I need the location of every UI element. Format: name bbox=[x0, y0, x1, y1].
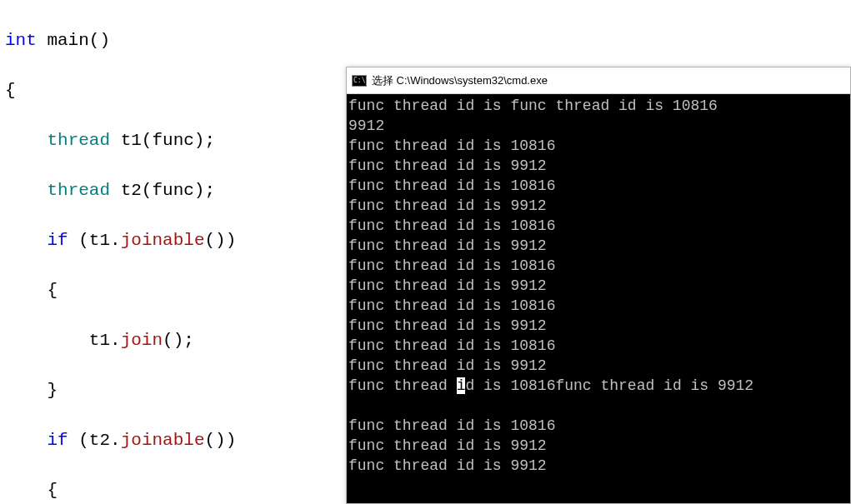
console-line: func thread id is 10816 bbox=[348, 297, 555, 314]
console-line: func thread id is 10816 bbox=[348, 177, 555, 194]
console-line: func thread id is 9912 bbox=[348, 357, 547, 374]
cmd-icon: C:\ bbox=[352, 75, 367, 87]
console-line: func thread id is 9912 bbox=[348, 457, 547, 474]
console-line: func thread id is 9912 bbox=[348, 277, 547, 294]
console-line: func thread id is func thread id is 1081… bbox=[348, 97, 718, 114]
code-line: if (t1.joinable()) bbox=[5, 228, 358, 253]
console-line: func thread id is 10816func thread id is… bbox=[348, 377, 753, 394]
console-window[interactable]: C:\ 选择 C:\Windows\system32\cmd.exe func … bbox=[346, 67, 851, 504]
code-line: { bbox=[5, 478, 358, 503]
console-titlebar[interactable]: C:\ 选择 C:\Windows\system32\cmd.exe bbox=[347, 67, 850, 94]
console-line: func thread id is 10816 bbox=[348, 217, 555, 234]
code-line: thread t1(func); bbox=[5, 128, 358, 153]
code-line: } bbox=[5, 378, 358, 403]
selection-highlight: i bbox=[457, 377, 466, 394]
console-line: func thread id is 10816 bbox=[348, 257, 555, 274]
console-line: func thread id is 9912 bbox=[348, 437, 547, 454]
code-line: int main() bbox=[5, 28, 358, 53]
console-line: func thread id is 9912 bbox=[348, 157, 547, 174]
console-line: func thread id is 9912 bbox=[348, 237, 547, 254]
console-line: func thread id is 9912 bbox=[348, 197, 547, 214]
code-line: thread t2(func); bbox=[5, 178, 358, 203]
console-line: func thread id is 9912 bbox=[348, 317, 547, 334]
code-line: { bbox=[5, 78, 358, 103]
console-output[interactable]: func thread id is func thread id is 1081… bbox=[347, 94, 850, 503]
console-title: 选择 C:\Windows\system32\cmd.exe bbox=[372, 73, 548, 88]
code-editor[interactable]: int main() { thread t1(func); thread t2(… bbox=[0, 0, 358, 504]
code-line: t1.join(); bbox=[5, 328, 358, 353]
console-line: 9912 bbox=[348, 117, 384, 134]
code-line: if (t2.joinable()) bbox=[5, 428, 358, 453]
console-line: func thread id is 10816 bbox=[348, 417, 555, 434]
console-line: func thread id is 10816 bbox=[348, 137, 555, 154]
console-line: func thread id is 10816 bbox=[348, 337, 555, 354]
code-line: { bbox=[5, 278, 358, 303]
